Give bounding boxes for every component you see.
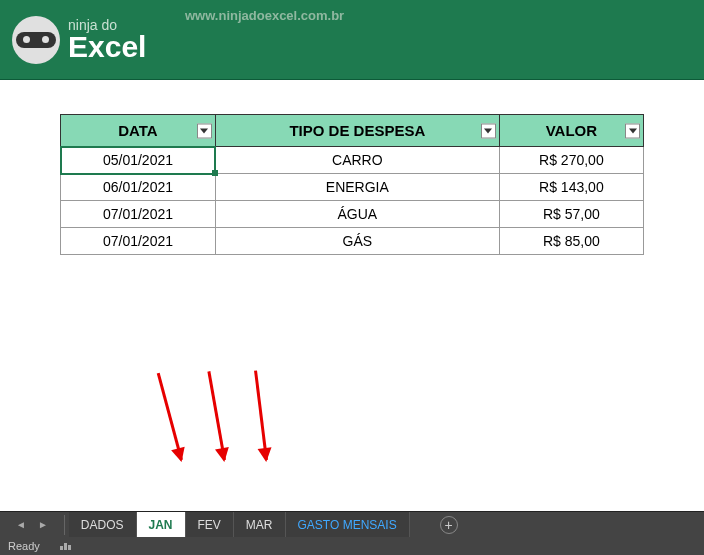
header-url: www.ninjadoexcel.com.br xyxy=(185,8,344,23)
sheet-tab-gasto-mensais[interactable]: GASTO MENSAIS xyxy=(286,512,410,537)
cell[interactable]: ÁGUA xyxy=(215,201,499,228)
cell[interactable]: R$ 85,00 xyxy=(499,228,643,255)
macro-record-icon[interactable] xyxy=(60,543,71,550)
logo: ninja do Excel xyxy=(12,16,146,64)
status-ready: Ready xyxy=(8,540,40,552)
ninja-icon xyxy=(12,16,60,64)
arrow-icon xyxy=(207,371,226,460)
add-sheet-button[interactable]: + xyxy=(440,516,458,534)
table-row[interactable]: 06/01/2021 ENERGIA R$ 143,00 xyxy=(61,174,644,201)
arrow-icon xyxy=(254,370,268,460)
sheet-nav-prev-icon[interactable]: ◄ xyxy=(16,519,26,530)
sheet-tab-jan[interactable]: JAN xyxy=(137,512,186,537)
worksheet-area[interactable]: DATA TIPO DE DESPESA VALOR 05/01/2021 CA… xyxy=(0,80,704,255)
col-header-tipo[interactable]: TIPO DE DESPESA xyxy=(215,115,499,147)
col-header-valor[interactable]: VALOR xyxy=(499,115,643,147)
cell[interactable]: 07/01/2021 xyxy=(61,201,216,228)
arrow-icon xyxy=(157,373,183,461)
col-header-data[interactable]: DATA xyxy=(61,115,216,147)
sheet-tab-bar: ◄ ► DADOS JAN FEV MAR GASTO MENSAIS + xyxy=(0,511,704,537)
sheet-tab-dados[interactable]: DADOS xyxy=(69,512,137,537)
status-bar: Ready xyxy=(0,537,704,555)
cell[interactable]: GÁS xyxy=(215,228,499,255)
cell-selected[interactable]: 05/01/2021 xyxy=(61,147,216,174)
table-row[interactable]: 05/01/2021 CARRO R$ 270,00 xyxy=(61,147,644,174)
cell[interactable]: R$ 143,00 xyxy=(499,174,643,201)
separator xyxy=(64,515,65,535)
expense-table: DATA TIPO DE DESPESA VALOR 05/01/2021 CA… xyxy=(60,114,644,255)
sheet-tab-mar[interactable]: MAR xyxy=(234,512,286,537)
cell[interactable]: ENERGIA xyxy=(215,174,499,201)
sheet-nav: ◄ ► xyxy=(0,519,64,530)
sheet-tabs: DADOS JAN FEV MAR GASTO MENSAIS xyxy=(69,512,410,537)
col-header-label: VALOR xyxy=(546,122,597,139)
cell[interactable]: R$ 270,00 xyxy=(499,147,643,174)
col-header-label: TIPO DE DESPESA xyxy=(289,122,425,139)
cell[interactable]: R$ 57,00 xyxy=(499,201,643,228)
table-row[interactable]: 07/01/2021 ÁGUA R$ 57,00 xyxy=(61,201,644,228)
filter-dropdown-icon[interactable] xyxy=(625,123,640,138)
sheet-nav-next-icon[interactable]: ► xyxy=(38,519,48,530)
cell[interactable]: 06/01/2021 xyxy=(61,174,216,201)
table-row[interactable]: 07/01/2021 GÁS R$ 85,00 xyxy=(61,228,644,255)
col-header-label: DATA xyxy=(118,122,157,139)
cell[interactable]: CARRO xyxy=(215,147,499,174)
filter-dropdown-icon[interactable] xyxy=(481,123,496,138)
cell[interactable]: 07/01/2021 xyxy=(61,228,216,255)
fill-handle-icon[interactable] xyxy=(212,170,218,176)
sheet-tab-fev[interactable]: FEV xyxy=(186,512,234,537)
brand-header: ninja do Excel www.ninjadoexcel.com.br xyxy=(0,0,704,80)
logo-text-big: Excel xyxy=(68,32,146,62)
filter-dropdown-icon[interactable] xyxy=(197,123,212,138)
